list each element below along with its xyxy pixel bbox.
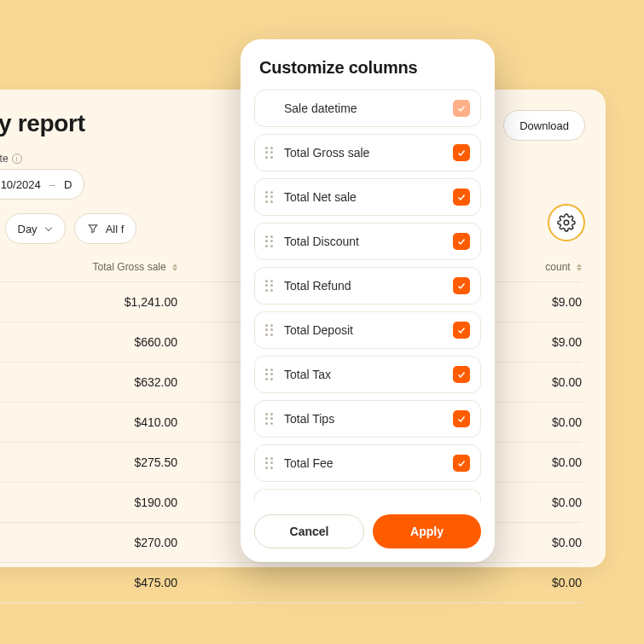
column-header-gross[interactable]: Total Gross sale — [58, 261, 177, 273]
cell-gross: $660.00 — [58, 335, 177, 349]
drag-handle-icon[interactable] — [265, 235, 274, 247]
cell-amount: $0.00 — [513, 496, 582, 509]
cell-amount: $0.00 — [513, 576, 582, 589]
column-option-label: Sale datetime — [284, 102, 443, 115]
info-icon: i — [12, 154, 22, 164]
modal-title: Customize columns — [259, 58, 476, 78]
gear-icon — [557, 213, 576, 232]
cancel-button[interactable]: Cancel — [254, 514, 364, 548]
apply-button[interactable]: Apply — [373, 514, 481, 548]
cell-amount: $0.00 — [513, 536, 582, 549]
column-option[interactable]: Total Tax — [254, 356, 481, 393]
cell-gross: $270.00 — [58, 536, 177, 549]
cell-gross: $275.50 — [58, 455, 177, 469]
cell-datetime: 24 — [0, 536, 58, 549]
cell-amount: $0.00 — [513, 375, 582, 389]
column-checkbox[interactable] — [453, 455, 470, 472]
column-checkbox[interactable] — [453, 189, 470, 206]
drag-handle-icon[interactable] — [265, 191, 274, 203]
column-option[interactable]: Total Fee — [254, 444, 481, 482]
drag-handle-icon[interactable] — [265, 147, 274, 159]
cell-datetime: 24 — [0, 576, 58, 589]
column-checkbox[interactable] — [453, 366, 470, 383]
granularity-select[interactable]: Day — [5, 213, 66, 244]
customize-columns-modal: Customize columns Sale datetimeTotal Gro… — [241, 39, 495, 562]
drag-handle-icon[interactable] — [265, 457, 274, 469]
column-header-datetime[interactable]: ne — [0, 261, 58, 273]
cell-datetime: 24 — [0, 335, 58, 349]
column-option[interactable]: Total Discount — [254, 223, 481, 260]
cell-gross: $632.00 — [58, 375, 177, 389]
sort-icon — [577, 264, 582, 271]
cell-gross: $475.00 — [58, 576, 177, 589]
date-separator: – — [49, 178, 55, 191]
filter-icon — [87, 223, 99, 235]
granularity-value: Day — [18, 223, 38, 235]
column-option-label: Total Gross sale — [284, 146, 443, 160]
date-range-picker[interactable]: Dec 10/2024 – D — [0, 169, 84, 200]
customize-columns-button[interactable] — [548, 204, 585, 241]
column-list: Sale datetimeTotal Gross saleTotal Net s… — [254, 90, 481, 502]
column-option[interactable]: Total Deposit — [254, 311, 481, 349]
column-option[interactable]: Sale datetime — [254, 90, 481, 127]
column-option[interactable]: Total Net sale — [254, 178, 481, 216]
all-filters-label: All f — [106, 223, 125, 235]
cell-datetime: 24 — [0, 415, 58, 429]
column-option[interactable]: Total Tips — [254, 400, 481, 438]
svg-point-0 — [564, 220, 569, 225]
table-row[interactable]: 24$475.00$0.00 — [0, 563, 582, 603]
column-option-peek — [254, 489, 481, 502]
drag-handle-icon[interactable] — [265, 413, 274, 425]
column-option-label: Total Deposit — [284, 323, 443, 337]
date-start: Dec 10/2024 — [0, 178, 41, 191]
column-option-label: Total Tips — [284, 412, 443, 426]
cell-gross: $190.00 — [58, 496, 177, 509]
column-option-label: Total Refund — [284, 279, 443, 293]
column-option-label: Total Net sale — [284, 190, 443, 204]
drag-handle-icon[interactable] — [265, 280, 274, 292]
cell-amount: $0.00 — [513, 455, 582, 469]
cell-amount: $9.00 — [513, 335, 582, 349]
download-button[interactable]: Download — [503, 110, 585, 141]
column-checkbox[interactable] — [453, 233, 470, 250]
column-option-label: Total Discount — [284, 235, 443, 248]
cell-gross: $410.00 — [58, 415, 177, 429]
column-header-amount[interactable]: count — [513, 261, 582, 273]
column-checkbox[interactable] — [453, 144, 470, 161]
drag-handle-icon[interactable] — [265, 324, 274, 336]
cell-gross: $1,241.00 — [58, 295, 177, 309]
column-checkbox[interactable] — [453, 322, 470, 339]
column-option[interactable]: Total Refund — [254, 267, 481, 305]
cell-datetime: 24 — [0, 375, 58, 389]
date-end: D — [64, 178, 72, 191]
cell-datetime: 24 — [0, 496, 58, 509]
column-checkbox[interactable] — [453, 100, 470, 117]
cell-amount: $0.00 — [513, 415, 582, 429]
cell-datetime: 24 — [0, 455, 58, 469]
column-checkbox[interactable] — [453, 277, 470, 294]
column-option-label: Total Fee — [284, 456, 443, 470]
column-option-label: Total Tax — [284, 368, 443, 381]
chevron-down-icon — [44, 224, 53, 233]
modal-actions: Cancel Apply — [254, 514, 481, 548]
cell-amount: $9.00 — [513, 295, 582, 309]
cell-datetime: 24 — [0, 295, 58, 309]
all-filters-button[interactable]: All f — [74, 213, 137, 244]
drag-handle-icon[interactable] — [265, 368, 274, 380]
sale-date-label: Sale date i — [0, 153, 84, 165]
column-option[interactable]: Total Gross sale — [254, 134, 481, 171]
column-checkbox[interactable] — [453, 410, 470, 427]
